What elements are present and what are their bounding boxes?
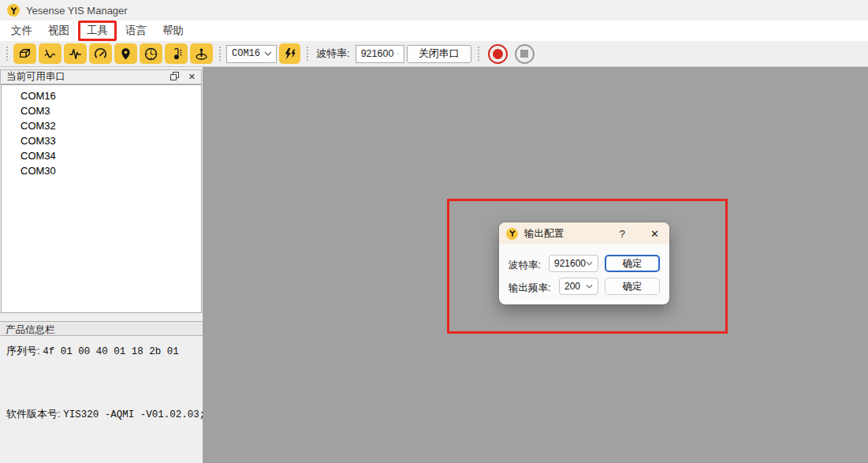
baud-rate-value: 921600 [361, 48, 394, 59]
dialog-freq-label: 输出频率: [509, 282, 550, 295]
toolbar-grip[interactable] [476, 45, 480, 62]
dialog-help-button[interactable]: ? [620, 228, 626, 240]
stop-button[interactable] [515, 44, 535, 64]
title-bar: Yesense YIS Manager [0, 0, 868, 21]
menu-language[interactable]: 语言 [117, 21, 155, 40]
magnetometer-icon [194, 47, 209, 62]
yesense-logo-icon [7, 4, 20, 17]
serial-port-dock-panel: 当前可用串口 ✕ COM16 COM3 COM32 COM33 COM34 CO… [0, 67, 203, 463]
dialog-baud-value: 921600 [554, 258, 586, 269]
port-select-value: COM16 [232, 48, 261, 59]
window-title: Yesense YIS Manager [26, 5, 128, 17]
serial-number-label: 序列号: [6, 345, 40, 357]
chevron-down-icon [264, 51, 272, 56]
lightning-refresh-icon [282, 47, 297, 62]
attitude-wave-button[interactable] [39, 43, 61, 64]
menu-file[interactable]: 文件 [3, 21, 40, 40]
list-item-port[interactable]: COM30 [2, 163, 201, 178]
list-item-port[interactable]: COM3 [2, 103, 201, 118]
stop-icon [520, 50, 528, 58]
dock-header: 当前可用串口 ✕ [0, 69, 202, 84]
chevron-down-icon [397, 51, 399, 56]
dialog-close-button[interactable]: ✕ [650, 228, 659, 240]
thermometer-icon [169, 47, 184, 62]
gauge-button[interactable] [89, 43, 112, 64]
dock-close-icon[interactable]: ✕ [188, 73, 196, 81]
utc-clock-icon [143, 47, 158, 62]
menu-help[interactable]: 帮助 [155, 21, 192, 40]
location-pin-icon [118, 47, 133, 62]
dialog-title-bar[interactable]: 输出配置 ? ✕ [499, 222, 669, 245]
dialog-freq-value: 200 [564, 281, 586, 292]
cube-3d-button[interactable] [13, 43, 36, 64]
menu-tools[interactable]: 工具 [78, 21, 117, 41]
available-ports-list[interactable]: COM16 COM3 COM32 COM33 COM34 COM30 [1, 84, 202, 313]
list-item-port[interactable]: COM34 [2, 148, 201, 163]
menu-view[interactable]: 视图 [40, 21, 77, 40]
serial-number-value: 4f 01 00 40 01 18 2b 01 [43, 346, 179, 357]
cube-3d-icon [17, 47, 32, 62]
record-icon [493, 49, 503, 59]
dialog-freq-ok-button[interactable]: 确定 [605, 278, 660, 295]
serial-number-line: 序列号: 4f 01 00 40 01 18 2b 01 [6, 344, 179, 358]
waveform-button[interactable] [64, 43, 87, 64]
magnetometer-button[interactable] [190, 43, 213, 64]
utc-clock-button[interactable] [140, 43, 162, 64]
location-button[interactable] [114, 43, 137, 64]
dialog-baud-select[interactable]: 921600 [549, 255, 598, 272]
dialog-title: 输出配置 [524, 227, 564, 241]
waveform-icon [68, 47, 83, 62]
output-config-dialog: 输出配置 ? ✕ 波特率: 921600 确定 输出频率: 200 确定 [499, 222, 669, 304]
list-item-port[interactable]: COM32 [2, 118, 201, 133]
attitude-wave-icon [43, 47, 58, 62]
close-serial-port-button[interactable]: 关闭串口 [407, 45, 471, 63]
thermometer-button[interactable] [165, 43, 188, 64]
dialog-baud-label: 波特率: [509, 259, 541, 272]
software-version-label: 软件版本号: [6, 408, 61, 420]
toolbar-grip[interactable] [305, 45, 309, 62]
software-version-value: YIS320 -AQMI -V01.02.03; [63, 409, 205, 420]
dialog-baud-ok-button[interactable]: 确定 [605, 255, 660, 272]
list-item-port[interactable]: COM16 [2, 88, 201, 103]
gauge-icon [93, 47, 108, 62]
product-info-header: 产品信息栏 [0, 321, 203, 336]
port-select[interactable]: COM16 [226, 45, 277, 63]
chevron-down-icon [586, 284, 593, 289]
dock-float-icon[interactable] [170, 72, 179, 83]
record-button[interactable] [488, 44, 508, 64]
baud-rate-select[interactable]: 921600 [356, 45, 404, 63]
refresh-ports-button[interactable] [279, 43, 300, 64]
chevron-down-icon [586, 261, 593, 266]
toolbar: COM16 波特率: 921600 关闭串口 [0, 41, 868, 67]
toolbar-grip[interactable] [218, 45, 222, 62]
toolbar-grip[interactable] [5, 45, 9, 62]
baud-rate-label: 波特率: [316, 47, 350, 61]
dialog-freq-select[interactable]: 200 [559, 278, 598, 295]
list-item-port[interactable]: COM33 [2, 133, 201, 148]
yesense-logo-icon [506, 228, 518, 240]
menu-bar: 文件 视图 工具 语言 帮助 [0, 21, 868, 41]
dock-title: 当前可用串口 [6, 70, 65, 84]
software-version-line: 软件版本号: YIS320 -AQMI -V01.02.03; [6, 407, 205, 421]
